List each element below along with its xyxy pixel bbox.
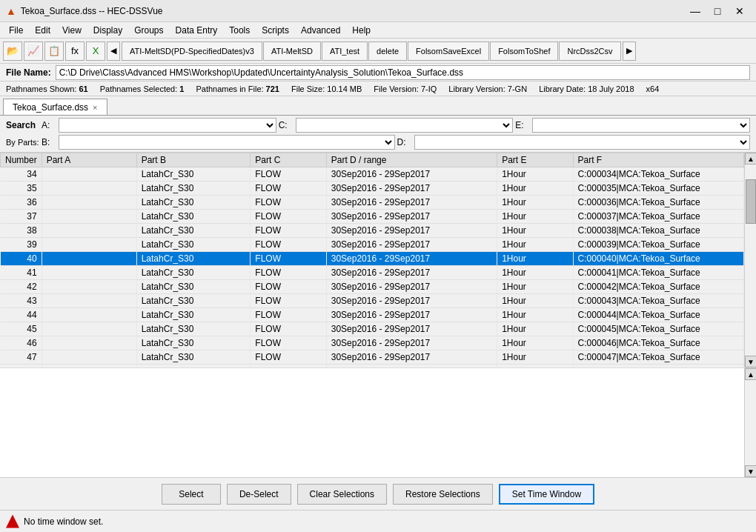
table-cell-part-c: FLOW — [251, 210, 326, 224]
script-tab-folsomtoshef[interactable]: FolsomToShef — [490, 41, 558, 61]
menu-item-help[interactable]: Help — [346, 22, 377, 39]
script-tab-ati-meltsd-pd-specifieddates-v3[interactable]: ATI-MeltSD(PD-SpecifiedDates)v3 — [122, 41, 262, 61]
search-b-select[interactable] — [59, 135, 395, 150]
table-cell-number: 34 — [1, 167, 42, 182]
table-cell-part-d-range: 30Sep2016 - 29Sep2017 — [326, 308, 497, 322]
table-cell-part-b: LatahCr_S30 — [136, 252, 251, 266]
table-cell-part-e: 1Hour — [497, 196, 573, 210]
a-label: A: — [42, 120, 56, 130]
toolbar-scroll-left[interactable]: ◀ — [107, 41, 120, 61]
pathnames-shown-label: Pathnames Shown: 61 — [6, 84, 88, 93]
toolbar-fx-button[interactable]: fx — [65, 41, 84, 61]
table-cell-part-d-range: 30Sep2016 - 29Sep2017 — [326, 252, 497, 266]
filename-path[interactable] — [56, 65, 750, 80]
tab-bar: Tekoa_Surface.dss × — [0, 96, 756, 116]
select-button[interactable]: Select — [162, 484, 221, 505]
b-label: B: — [42, 137, 56, 147]
table-cell-part-c: FLOW — [251, 350, 326, 365]
library-date-label: Library Date: 18 July 2018 — [539, 84, 634, 93]
col-part-a: Part A — [42, 153, 136, 167]
table-cell-part-e: 1Hour — [497, 224, 573, 238]
menu-item-file[interactable]: File — [3, 22, 29, 39]
lower-scroll-track[interactable] — [745, 380, 756, 465]
col-number: Number — [1, 153, 42, 167]
table-row[interactable]: 36LatahCr_S30FLOW30Sep2016 - 29Sep20171H… — [1, 196, 744, 210]
pathnames-table: Number Part A Part B Part C Part D / ran… — [0, 153, 744, 368]
lower-scroll-down-button[interactable]: ▼ — [745, 465, 756, 477]
menu-item-advanced[interactable]: Advanced — [295, 22, 346, 39]
menu-item-tools[interactable]: Tools — [223, 22, 256, 39]
table-row[interactable]: 41LatahCr_S30FLOW30Sep2016 - 29Sep20171H… — [1, 266, 744, 280]
script-tab-folsomsaveexcel[interactable]: FolsomSaveExcel — [408, 41, 489, 61]
menu-item-data-entry[interactable]: Data Entry — [170, 22, 224, 39]
scroll-up-button[interactable]: ▲ — [745, 153, 756, 164]
table-cell-part-b: LatahCr_S30 — [136, 182, 251, 196]
table-cell-number: 37 — [1, 210, 42, 224]
table-cell-part-b: LatahCr_S30 — [136, 294, 251, 308]
close-button[interactable]: ✕ — [729, 4, 750, 19]
toolbar-scroll-right[interactable]: ▶ — [623, 41, 636, 61]
scroll-down-button[interactable]: ▼ — [745, 356, 756, 368]
toolbar-table-button[interactable]: 📋 — [44, 41, 64, 61]
table-row[interactable]: 44LatahCr_S30FLOW30Sep2016 - 29Sep20171H… — [1, 308, 744, 322]
table-row[interactable]: 37LatahCr_S30FLOW30Sep2016 - 29Sep20171H… — [1, 210, 744, 224]
toolbar-excel-button[interactable]: X — [86, 41, 105, 61]
search-a-select[interactable] — [59, 118, 276, 133]
arch-label: x64 — [646, 84, 660, 93]
menu-item-view[interactable]: View — [56, 22, 87, 39]
menu-item-edit[interactable]: Edit — [29, 22, 56, 39]
lower-scroll-up-button[interactable]: ▲ — [745, 368, 756, 380]
scroll-track[interactable] — [745, 164, 756, 356]
table-cell-part-c: FLOW — [251, 280, 326, 294]
toolbar-graph-button[interactable]: 📈 — [24, 41, 43, 61]
table-row[interactable]: 34LatahCr_S30FLOW30Sep2016 - 29Sep20171H… — [1, 167, 744, 182]
scroll-thumb[interactable] — [746, 179, 756, 224]
table-row[interactable]: 47LatahCr_S30FLOW30Sep2016 - 29Sep20171H… — [1, 350, 744, 365]
menu-item-groups[interactable]: Groups — [128, 22, 169, 39]
file-size-label: File Size: 10.14 MB — [291, 84, 362, 93]
table-cell-number: 35 — [1, 182, 42, 196]
table-cell-part-f: C:000044|MCA:Tekoa_Surface — [573, 308, 743, 322]
table-cell-part-e: 1Hour — [497, 294, 573, 308]
maximize-button[interactable]: □ — [707, 4, 728, 19]
search-d-select[interactable] — [414, 135, 751, 150]
table-inner: Number Part A Part B Part C Part D / ran… — [0, 153, 744, 368]
search-e-select[interactable] — [532, 118, 750, 133]
table-cell-part-d-range: 30Sep2016 - 29Sep2017 — [326, 224, 497, 238]
minimize-button[interactable]: — — [685, 4, 706, 19]
script-tab-delete[interactable]: delete — [368, 41, 407, 61]
script-tab-nrcdss2csv[interactable]: NrcDss2Csv — [559, 41, 620, 61]
table-row[interactable]: 42LatahCr_S30FLOW30Sep2016 - 29Sep20171H… — [1, 280, 744, 294]
table-row[interactable]: 38LatahCr_S30FLOW30Sep2016 - 29Sep20171H… — [1, 224, 744, 238]
table-row[interactable]: 39LatahCr_S30FLOW30Sep2016 - 29Sep20171H… — [1, 238, 744, 252]
table-row[interactable]: 40LatahCr_S30FLOW30Sep2016 - 29Sep20171H… — [1, 252, 744, 266]
toolbar-open-button[interactable]: 📂 — [3, 41, 22, 61]
table-cell-part-f: C:000047|MCA:Tekoa_Surface — [573, 350, 743, 365]
clear-selections-button[interactable]: Clear Selections — [297, 484, 387, 505]
table-cell-part-a — [42, 210, 136, 224]
table-cell-part-f: C:000035|MCA:Tekoa_Surface — [573, 182, 743, 196]
search-c-select[interactable] — [296, 118, 514, 133]
d-label: D: — [397, 137, 412, 147]
script-tab-ati_test[interactable]: ATI_test — [322, 41, 368, 61]
table-cell-number: 43 — [1, 294, 42, 308]
table-row[interactable]: 45LatahCr_S30FLOW30Sep2016 - 29Sep20171H… — [1, 322, 744, 336]
set-time-window-button[interactable]: Set Time Window — [499, 484, 594, 505]
table-row[interactable]: 43LatahCr_S30FLOW30Sep2016 - 29Sep20171H… — [1, 294, 744, 308]
tab-close-button[interactable]: × — [93, 103, 97, 112]
table-cell-part-b: LatahCr_S30 — [136, 308, 251, 322]
menu-item-scripts[interactable]: Scripts — [256, 22, 295, 39]
script-tab-ati-meltsd[interactable]: ATI-MeltSD — [263, 41, 321, 61]
restore-selections-button[interactable]: Restore Selections — [393, 484, 493, 505]
file-tab[interactable]: Tekoa_Surface.dss × — [3, 99, 107, 115]
table-cell-number: 45 — [1, 322, 42, 336]
table-row[interactable]: 46LatahCr_S30FLOW30Sep2016 - 29Sep20171H… — [1, 336, 744, 350]
deselect-button[interactable]: De-Select — [227, 484, 291, 505]
table-cell-number: 40 — [1, 252, 42, 266]
table-cell-part-e: 1Hour — [497, 266, 573, 280]
table-cell-part-c: FLOW — [251, 167, 326, 182]
library-version-label: Library Version: 7-GN — [448, 84, 527, 93]
table-row[interactable]: 35LatahCr_S30FLOW30Sep2016 - 29Sep20171H… — [1, 182, 744, 196]
menu-item-display[interactable]: Display — [87, 22, 128, 39]
file-version-label: File Version: 7-IQ — [374, 84, 437, 93]
